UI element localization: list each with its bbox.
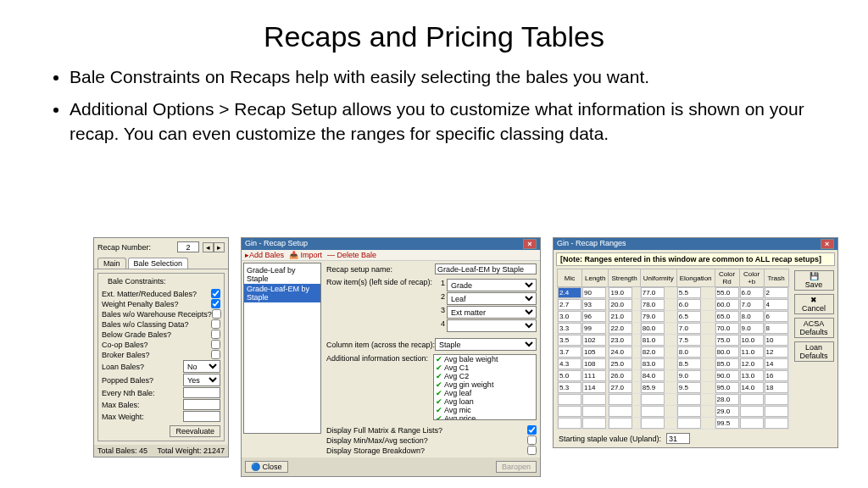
ranges-cell-input[interactable] (609, 394, 632, 405)
ranges-cell-input[interactable] (582, 347, 606, 358)
ranges-cell-input[interactable] (677, 406, 701, 417)
ranges-cell-input[interactable] (740, 311, 764, 322)
ranges-cell-input[interactable] (558, 347, 581, 358)
ranges-cell-input[interactable] (609, 299, 632, 310)
ranges-cell-input[interactable] (765, 394, 788, 405)
ranges-cell-input[interactable] (582, 370, 606, 381)
ranges-cell-input[interactable] (765, 370, 788, 381)
ranges-cell-input[interactable] (715, 311, 739, 322)
display-minmax-check[interactable] (527, 435, 537, 445)
ranges-cell-input[interactable] (765, 287, 788, 298)
staple-value-input[interactable] (666, 433, 690, 444)
col-item-select[interactable]: Staple (435, 338, 537, 351)
ranges-cell-input[interactable] (765, 323, 788, 334)
ranges-cell-input[interactable] (740, 299, 764, 310)
ranges-cell-input[interactable] (582, 287, 606, 298)
ranges-cell-input[interactable] (740, 418, 764, 429)
addl-info-item[interactable]: ✔ Avg C1 (434, 363, 536, 372)
ranges-cell-input[interactable] (765, 382, 788, 393)
ranges-cell-input[interactable] (641, 382, 665, 393)
ranges-cell-input[interactable] (641, 335, 665, 346)
ranges-cell-input[interactable] (740, 358, 764, 369)
ranges-cell-input[interactable] (677, 358, 701, 369)
addl-info-item[interactable]: ✔ Avg bale weight (434, 355, 536, 363)
delete-bale-button[interactable]: — Delete Bale (327, 251, 376, 259)
ranges-cell-input[interactable] (765, 335, 788, 346)
ranges-cell-input[interactable] (641, 299, 665, 310)
ranges-cell-input[interactable] (582, 382, 606, 393)
close-icon[interactable]: × (821, 239, 834, 249)
ranges-cell-input[interactable] (609, 370, 632, 381)
ranges-cell-input[interactable] (641, 323, 665, 334)
ranges-cell-input[interactable] (740, 287, 764, 298)
ranges-cell-input[interactable] (558, 335, 581, 346)
ranges-cell-input[interactable] (582, 418, 606, 429)
constraint-check[interactable] (212, 309, 221, 319)
constraint-check[interactable] (211, 299, 220, 308)
row-item-select[interactable] (447, 319, 537, 332)
addl-info-list[interactable]: ✔ Avg bale weight✔ Avg C1✔ Avg C2✔ Avg g… (433, 354, 537, 420)
ranges-cell-input[interactable] (558, 323, 581, 334)
ranges-cell-input[interactable] (765, 299, 788, 310)
ranges-cell-input[interactable] (609, 382, 632, 393)
constraint-input[interactable] (183, 411, 220, 422)
tab-main[interactable]: Main (97, 258, 126, 269)
addl-info-item[interactable]: ✔ Avg C2 (434, 372, 536, 380)
ranges-cell-input[interactable] (715, 358, 739, 369)
ranges-cell-input[interactable] (609, 418, 632, 429)
ranges-cell-input[interactable] (582, 299, 606, 310)
import-button[interactable]: 📥 Import (289, 251, 322, 259)
ranges-cell-input[interactable] (677, 347, 701, 358)
ranges-cell-input[interactable] (558, 406, 581, 417)
recap-prev-button[interactable]: ◂ (203, 242, 214, 252)
ranges-cell-input[interactable] (582, 335, 606, 346)
acsa-defaults-button[interactable]: ACSA Defaults (794, 318, 834, 338)
ranges-cell-input[interactable] (558, 299, 581, 310)
cancel-button[interactable]: ✖ Cancel (794, 294, 834, 314)
ranges-cell-input[interactable] (582, 358, 606, 369)
ranges-cell-input[interactable] (609, 406, 632, 417)
ranges-cell-input[interactable] (715, 287, 739, 298)
ranges-cell-input[interactable] (558, 394, 581, 405)
ranges-cell-input[interactable] (609, 323, 632, 334)
ranges-cell-input[interactable] (715, 394, 739, 405)
ranges-cell-input[interactable] (677, 287, 701, 298)
ranges-cell-input[interactable] (609, 287, 632, 298)
ranges-cell-input[interactable] (558, 370, 581, 381)
ranges-cell-input[interactable] (641, 358, 665, 369)
tab-bale-selection[interactable]: Bale Selection (128, 258, 189, 269)
ranges-cell-input[interactable] (582, 394, 606, 405)
addl-info-item[interactable]: ✔ Avg loan (434, 397, 536, 406)
ranges-cell-input[interactable] (558, 382, 581, 393)
constraint-check[interactable] (211, 289, 220, 298)
ranges-cell-input[interactable] (740, 406, 764, 417)
row-item-select[interactable]: Grade (447, 279, 537, 291)
ranges-cell-input[interactable] (582, 311, 606, 322)
ranges-cell-input[interactable] (677, 335, 701, 346)
ranges-cell-input[interactable] (609, 311, 632, 322)
ranges-cell-input[interactable] (582, 406, 606, 417)
ranges-cell-input[interactable] (677, 394, 701, 405)
constraint-check[interactable] (211, 350, 220, 359)
ranges-cell-input[interactable] (558, 311, 581, 322)
ranges-cell-input[interactable] (582, 323, 606, 334)
addl-info-item[interactable]: ✔ Avg price (434, 414, 536, 420)
ranges-cell-input[interactable] (677, 299, 701, 310)
ranges-cell-input[interactable] (715, 299, 739, 310)
ranges-cell-input[interactable] (641, 311, 665, 322)
ranges-cell-input[interactable] (765, 311, 788, 322)
recap-number-input[interactable] (177, 241, 199, 252)
ranges-cell-input[interactable] (641, 370, 665, 381)
ranges-cell-input[interactable] (715, 382, 739, 393)
ranges-cell-input[interactable] (677, 311, 701, 322)
ranges-cell-input[interactable] (740, 335, 764, 346)
add-bales-button[interactable]: ▸Add Bales (245, 251, 284, 259)
row-item-select[interactable]: Leaf (447, 292, 537, 305)
ranges-cell-input[interactable] (715, 370, 739, 381)
ranges-cell-input[interactable] (609, 335, 632, 346)
ranges-cell-input[interactable] (558, 418, 581, 429)
ranges-cell-input[interactable] (715, 335, 739, 346)
ranges-cell-input[interactable] (715, 347, 739, 358)
ranges-cell-input[interactable] (740, 370, 764, 381)
ranges-cell-input[interactable] (609, 358, 632, 369)
